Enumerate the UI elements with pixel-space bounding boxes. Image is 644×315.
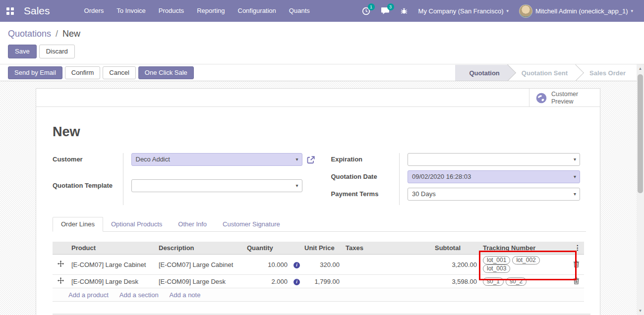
expiration-label: Expiration <box>331 156 363 163</box>
optional-columns-header: ⋮ <box>568 242 584 255</box>
scrollbar-thumb[interactable] <box>638 74 643 193</box>
messages-chat-icon[interactable]: 3 <box>381 7 390 15</box>
info-column-header <box>291 242 301 255</box>
nav-menu-quants[interactable]: Quants <box>283 0 316 22</box>
trash-icon[interactable] <box>573 277 580 284</box>
breadcrumb-separator: / <box>56 29 58 39</box>
external-link-icon[interactable] <box>307 156 315 164</box>
scroll-up-icon[interactable]: ▲ <box>637 66 644 71</box>
description-column-header: Description <box>156 242 244 255</box>
discard-button[interactable]: Discard <box>39 45 75 58</box>
quantity-info-icon[interactable]: i <box>291 275 301 288</box>
globe-icon <box>536 93 547 104</box>
systray: 1 3 My Company (San Francisco) ▾ Mitchel… <box>362 4 644 18</box>
breadcrumb-current: New <box>62 29 80 39</box>
nav-menu-reporting[interactable]: Reporting <box>190 0 231 22</box>
app-name[interactable]: Sales <box>24 5 50 17</box>
breadcrumb-quotations[interactable]: Quotations <box>8 29 51 39</box>
user-name: Mitchell Admin (oneclick_app_1) <box>535 7 628 15</box>
tab-order-lines[interactable]: Order Lines <box>53 217 103 232</box>
product-cell[interactable]: [E-COM09] Large Desk <box>68 275 156 288</box>
taxes-cell[interactable] <box>343 255 432 275</box>
nav-menus: Orders To Invoice Products Reporting Con… <box>78 0 316 22</box>
quotation-template-field[interactable]: ▾ <box>131 179 302 192</box>
group-right: Expiration ▾ Quotation Date 09/02 <box>331 153 581 205</box>
customer-field[interactable]: Deco Addict ▾ <box>131 153 302 166</box>
status-step-sales-order[interactable]: Sales Order <box>576 65 637 81</box>
trash-icon[interactable] <box>573 261 580 267</box>
unit-price-cell[interactable]: 320.00 <box>301 255 343 275</box>
tab-customer-signature[interactable]: Customer Signature <box>215 217 288 231</box>
taxes-column-header: Taxes <box>343 242 432 255</box>
dropdown-caret-icon[interactable]: ▾ <box>574 171 576 183</box>
send-by-email-button[interactable]: Send by Email <box>8 66 62 79</box>
activity-clock-icon[interactable]: 1 <box>362 7 370 15</box>
tracking-column-header: Tracking Number <box>480 242 568 255</box>
top-navbar: Sales Orders To Invoice Products Reporti… <box>0 0 644 22</box>
company-switcher[interactable]: My Company (San Francisco) ▾ <box>418 7 509 15</box>
cancel-button[interactable]: Cancel <box>103 66 135 79</box>
tab-other-info[interactable]: Other Info <box>170 217 215 231</box>
vertical-scrollbar[interactable]: ▲ ▼ <box>637 64 644 315</box>
tab-optional-products[interactable]: Optional Products <box>103 217 170 231</box>
control-panel: Quotations / New Save Discard <box>0 22 644 64</box>
drag-handle-icon[interactable] <box>53 255 68 275</box>
quantity-info-icon[interactable]: i <box>291 255 301 275</box>
description-cell[interactable]: [E-COM07] Large Cabinet <box>156 255 244 275</box>
nav-menu-configuration[interactable]: Configuration <box>232 0 283 22</box>
drag-handle-icon[interactable] <box>53 275 68 288</box>
dropdown-caret-icon[interactable]: ▾ <box>574 154 576 165</box>
notebook-tabs: Order Lines Optional Products Other Info… <box>53 217 586 232</box>
customer-preview-button[interactable]: Customer Preview <box>529 89 600 107</box>
grid-icon <box>6 7 14 15</box>
nav-menu-to-invoice[interactable]: To Invoice <box>110 0 152 22</box>
quotation-date-field[interactable]: 09/02/2020 16:28:03 ▾ <box>408 170 580 183</box>
tracking-tag: lot_002 <box>512 256 539 264</box>
payment-terms-field[interactable]: 30 Days ▾ <box>408 188 580 201</box>
avatar <box>519 4 532 18</box>
dropdown-caret-icon[interactable]: ▾ <box>295 180 298 192</box>
status-step-quotation[interactable]: Quotation <box>455 65 507 81</box>
quantity-cell[interactable]: 10.000 <box>244 255 291 275</box>
add-a-section-link[interactable]: Add a section <box>119 291 159 299</box>
dropdown-caret-icon[interactable]: ▾ <box>295 154 298 165</box>
tracking-tag: s0_2 <box>506 277 527 286</box>
customer-label: Customer <box>53 156 83 163</box>
nav-menu-orders[interactable]: Orders <box>78 0 111 22</box>
activity-badge: 1 <box>368 3 375 10</box>
expiration-field[interactable]: ▾ <box>408 153 580 166</box>
apps-menu-icon[interactable] <box>0 0 20 22</box>
tracking-cell[interactable]: lot_001lot_002lot_003 <box>480 255 568 275</box>
scroll-down-icon[interactable]: ▼ <box>637 309 644 313</box>
debug-bug-icon[interactable] <box>400 7 408 15</box>
table-row: [E-COM09] Large Desk [E-COM09] Large Des… <box>53 275 584 288</box>
taxes-cell[interactable] <box>343 275 432 288</box>
description-cell[interactable]: [E-COM09] Large Desk <box>156 275 244 288</box>
customer-preview-label: Customer Preview <box>551 91 578 105</box>
record-title: New <box>53 124 600 139</box>
user-menu[interactable]: Mitchell Admin (oneclick_app_1) ▾ <box>519 4 633 18</box>
sheet-body: New Customer Deco Addict ▾ <box>36 124 600 315</box>
confirm-button[interactable]: Confirm <box>65 66 101 79</box>
quantity-cell[interactable]: 2.000 <box>244 275 291 288</box>
add-a-product-link[interactable]: Add a product <box>68 291 109 299</box>
product-cell[interactable]: [E-COM07] Large Cabinet <box>68 255 156 275</box>
status-step-quotation-sent[interactable]: Quotation Sent <box>508 65 576 81</box>
field-groups: Customer Deco Addict ▾ <box>53 153 600 205</box>
nav-menu-products[interactable]: Products <box>152 0 190 22</box>
subtotal-cell: 3,598.00 <box>432 275 480 288</box>
tracking-tag: lot_003 <box>483 264 510 273</box>
one-click-sale-button[interactable]: One Click Sale <box>138 66 194 79</box>
add-a-note-link[interactable]: Add a note <box>170 291 201 299</box>
product-column-header: Product <box>68 242 156 255</box>
quotation-date-label: Quotation Date <box>331 173 377 180</box>
tracking-cell[interactable]: s0_1s0_2 <box>480 275 568 288</box>
dropdown-caret-icon[interactable]: ▾ <box>574 188 576 200</box>
unit-price-cell[interactable]: 1,799.00 <box>301 275 343 288</box>
quantity-column-header: Quantity <box>244 242 291 255</box>
save-button[interactable]: Save <box>8 45 37 58</box>
company-name: My Company (San Francisco) <box>418 7 504 15</box>
action-bar: Send by Email Confirm Cancel One Click S… <box>0 65 637 81</box>
statusbar: Quotation Quotation Sent Sales Order <box>455 65 637 81</box>
optional-columns-icon[interactable]: ⋮ <box>574 244 581 252</box>
